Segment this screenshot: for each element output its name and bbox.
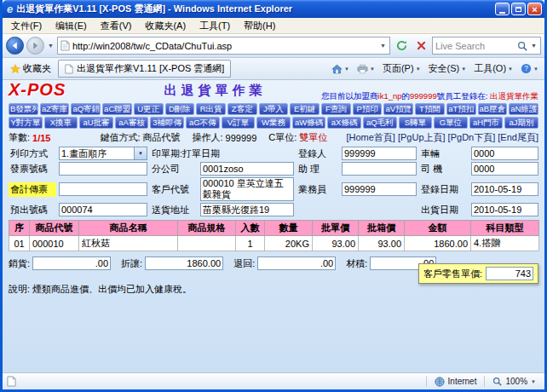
search-dropdown[interactable]: ▼ — [530, 43, 538, 49]
safety-menu-button[interactable]: 安全(S)▼ — [426, 61, 469, 77]
window-title: 出退貨單作業V1.11 [X-POS 雲通網] - Windows Intern… — [16, 3, 493, 15]
fn-button-r1-12[interactable]: P預印 — [353, 103, 383, 115]
login-date-field[interactable] — [471, 182, 538, 196]
fn-button-r1-10[interactable]: E初鍵 — [290, 103, 320, 115]
fn-button-r1-11[interactable]: F查詢 — [321, 103, 351, 115]
column-header-5: 入數 — [236, 221, 265, 236]
zoom-control[interactable]: 100% ▼ — [488, 377, 540, 386]
chevron-down-icon[interactable]: ▼ — [134, 147, 147, 159]
fn-button-r1-9[interactable]: J帶入 — [259, 103, 289, 115]
fn-button-r2-5[interactable]: 3補即傳 — [150, 117, 184, 129]
fn-button-r2-11[interactable]: aQ毛利 — [363, 117, 397, 129]
minimize-button[interactable] — [495, 3, 510, 15]
count-value: 1/15 — [32, 133, 50, 143]
key-mode-label: 鍵值方式: — [100, 131, 140, 144]
driver-field[interactable] — [471, 162, 538, 176]
print-button[interactable]: ▼ — [354, 62, 377, 76]
fn-button-r2-15[interactable]: aJ期別 — [504, 117, 538, 129]
fn-button-r2-13[interactable]: G單位 — [434, 117, 468, 129]
star-icon — [10, 64, 20, 74]
fn-button-r2-3[interactable]: aU批審 — [79, 117, 113, 129]
fn-button-r2-6[interactable]: aG不傳 — [186, 117, 220, 129]
fn-button-r1-3[interactable]: aQ寄錯 — [71, 103, 101, 115]
fn-button-r1-7[interactable]: R出貨 — [196, 103, 226, 115]
address-url[interactable]: http://win2008/tw/c_CData/ChuTui.asp — [72, 41, 377, 51]
page-title: 出退貨單作業 — [115, 83, 315, 99]
return-label: 退回: — [233, 257, 255, 270]
help-button[interactable]: ? ▼ — [518, 61, 541, 76]
fn-button-r1-13[interactable]: aV預覽 — [383, 103, 413, 115]
status-bar: Internet 100% ▼ — [3, 372, 544, 389]
history-dropdown[interactable]: ▼ — [47, 43, 55, 49]
fn-button-r1-16[interactable]: aB壓倉 — [478, 103, 508, 115]
menu-item-5[interactable]: 工具(T) — [193, 18, 237, 34]
page-menu-button[interactable]: 页面(P)▼ — [380, 61, 423, 77]
ship-address-field[interactable] — [200, 203, 294, 216]
preout-no-field[interactable] — [59, 203, 147, 216]
home-button[interactable]: ▼ — [329, 62, 352, 76]
tools-menu-button[interactable]: 工具(O)▼ — [471, 61, 515, 77]
back-arrow-icon — [10, 41, 20, 50]
retail-price-field[interactable] — [486, 267, 533, 280]
fn-button-r2-4[interactable]: aA審核 — [115, 117, 149, 129]
retail-price-label: 客戶零售單價: — [423, 268, 482, 280]
print-mode-value: 1.畫面順序 — [60, 147, 134, 159]
vehicle-field[interactable] — [471, 147, 538, 160]
fn-button-r1-2[interactable]: aZ寄庫 — [40, 103, 70, 115]
menu-item-2[interactable]: 编辑(E) — [49, 18, 94, 34]
menu-item-1[interactable]: 文件(F) — [4, 18, 49, 34]
discount-field[interactable] — [145, 257, 223, 270]
branch-field[interactable] — [200, 162, 294, 176]
assistant-field[interactable] — [342, 162, 417, 176]
fn-button-r1-5[interactable]: U更正 — [134, 103, 164, 115]
fn-button-r1-6[interactable]: D刪除 — [165, 103, 195, 115]
refresh-button[interactable] — [393, 37, 410, 55]
fn-button-r2-9[interactable]: aW條碼 — [292, 117, 326, 129]
goods-row[interactable]: 01000010紅秋菇120KG93.0093.001860.004.搭贈 — [9, 236, 539, 251]
customer-field[interactable]: 000010 皇英立達五穀雜貨 — [200, 177, 294, 201]
search-placeholder[interactable]: Live Search — [435, 41, 515, 51]
fn-button-r2-1[interactable]: Y對方單 — [9, 117, 43, 129]
ship-date-label: 出貨日期 — [419, 204, 469, 216]
fn-button-r2-10[interactable]: aX條碼 — [327, 117, 361, 129]
fn-button-r1-17[interactable]: aN維護 — [509, 103, 538, 115]
search-box[interactable]: Live Search ▼ — [432, 37, 541, 55]
browser-tab[interactable]: 出退貨單作業V1.11 [X-POS 雲通網] — [58, 60, 231, 78]
login-user-field[interactable] — [342, 147, 417, 160]
fn-button-r1-14[interactable]: T預開 — [415, 103, 445, 115]
address-dropdown[interactable]: ▼ — [379, 43, 387, 49]
fn-button-r2-12[interactable]: S轉單 — [399, 117, 433, 129]
forward-button[interactable] — [26, 37, 44, 55]
fn-button-r2-14[interactable]: aH門市 — [469, 117, 504, 129]
discount-label: 折讓: — [121, 257, 142, 270]
menu-item-3[interactable]: 查看(V) — [94, 18, 139, 34]
print-mode-select[interactable]: 1.畫面順序 ▼ — [59, 147, 147, 160]
close-button[interactable]: × — [527, 3, 542, 15]
salesman-field[interactable] — [342, 182, 417, 196]
search-icon[interactable] — [517, 41, 527, 51]
zoom-level: 100% — [505, 377, 527, 386]
ship-date-field[interactable] — [471, 203, 538, 216]
browser-window: e 出退貨單作業V1.11 [X-POS 雲通網] - Windows Inte… — [0, 0, 547, 392]
fn-button-r2-7[interactable]: V訂單 — [222, 117, 256, 129]
sales-field[interactable] — [32, 257, 111, 270]
unit-value: 雙單位 — [299, 131, 327, 144]
column-header-10: 科目類型 — [471, 221, 539, 236]
fn-button-r2-8[interactable]: W業務 — [256, 117, 291, 129]
return-field[interactable] — [257, 257, 336, 270]
fn-button-r1-4[interactable]: aC聯盟 — [102, 103, 132, 115]
favorites-button[interactable]: 收藏夹 — [6, 61, 55, 77]
maximize-button[interactable] — [511, 3, 526, 15]
invoice-no-field[interactable] — [59, 162, 147, 176]
voucher-field[interactable] — [59, 182, 147, 196]
record-status-row: 筆數: 1/15 鍵值方式: 商品代號 操作人: 999999 C單位: 雙單位… — [9, 131, 538, 144]
fn-button-r2-2[interactable]: X換車 — [44, 117, 78, 129]
address-bar[interactable]: http://win2008/tw/c_CData/ChuTui.asp ▼ — [57, 37, 390, 55]
back-button[interactable] — [6, 37, 24, 55]
fn-button-r1-8[interactable]: Z客定 — [227, 103, 257, 115]
stop-button[interactable] — [412, 37, 429, 55]
menu-item-4[interactable]: 收藏夹(A) — [138, 18, 193, 34]
fn-button-r1-1[interactable]: B發票列 — [9, 103, 38, 115]
fn-button-r1-15[interactable]: aT預扣 — [446, 103, 476, 115]
menu-item-6[interactable]: 帮助(H) — [237, 18, 282, 34]
